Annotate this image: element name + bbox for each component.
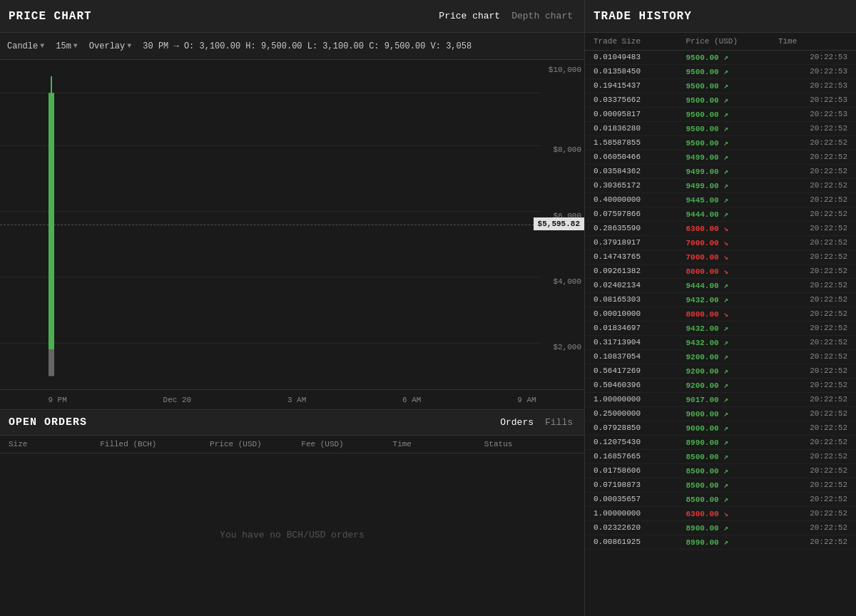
trade-time: 20:22:53 (778, 53, 847, 62)
trade-price: 9432.00 ↗ (686, 295, 778, 304)
trade-size: 0.25000000 (593, 409, 686, 419)
x-label-dec20: Dec 20 (163, 396, 192, 404)
trade-time: 20:22:52 (778, 366, 847, 376)
trade-price: 9000.00 ↗ (686, 409, 778, 419)
trade-size: 0.03584362 (593, 167, 686, 176)
interval-selector[interactable]: 15m ▼ (56, 41, 78, 51)
trade-price: 9444.00 ↗ (686, 281, 778, 290)
trade-size: 0.31713904 (593, 338, 686, 347)
trade-size: 0.09261382 (593, 267, 686, 276)
trade-price: 9500.00 ↗ (686, 138, 778, 148)
trade-row: 0.017586068500.00 ↗20:22:52 (585, 464, 856, 478)
trade-price: 7000.00 ↘ (686, 252, 778, 262)
trade-row: 0.008619258990.00 ↗20:22:52 (585, 535, 856, 550)
trade-size: 0.19415437 (593, 81, 686, 91)
trade-price: 9500.00 ↗ (686, 81, 778, 91)
trade-price: 8500.00 ↗ (686, 452, 778, 461)
trade-time: 20:22:52 (778, 153, 847, 162)
col-time: Time (393, 440, 484, 448)
trade-row: 0.400000009445.00 ↗20:22:52 (585, 193, 856, 207)
trade-size: 0.00035657 (593, 495, 686, 504)
trade-row: 0.286355906300.00 ↘20:22:52 (585, 222, 856, 236)
x-label-9pm: 9 PM (48, 396, 66, 404)
trade-size: 0.56417269 (593, 366, 686, 376)
trade-time: 20:22:52 (778, 438, 847, 447)
trade-price: 8500.00 ↗ (686, 466, 778, 476)
svg-rect-8 (49, 350, 54, 376)
trade-row: 0.035843629499.00 ↗20:22:52 (585, 165, 856, 179)
trade-row: 0.147437657000.00 ↘20:22:52 (585, 250, 856, 265)
overlay-selector[interactable]: Overlay ▼ (89, 41, 131, 51)
col-fee: Fee (USD) (301, 440, 392, 448)
trade-price: 9432.00 ↗ (686, 324, 778, 333)
trade-row: 0.092613828000.00 ↘20:22:52 (585, 265, 856, 279)
trade-price: 7000.00 ↘ (686, 238, 778, 247)
trade-history-panel: TRADE HISTORY Trade Size Price (USD) Tim… (585, 0, 856, 616)
trade-time: 20:22:52 (778, 238, 847, 247)
price-label-2000: $2,000 (553, 343, 581, 351)
tab-fills[interactable]: Fills (542, 416, 576, 429)
trade-price: 6300.00 ↘ (686, 224, 778, 233)
trade-row: 0.194154379500.00 ↗20:22:53 (585, 79, 856, 93)
trade-row: 0.081653039432.00 ↗20:22:52 (585, 293, 856, 307)
tab-depth-chart[interactable]: Depth chart (509, 9, 576, 23)
trade-time: 20:22:53 (778, 67, 847, 76)
trade-row: 0.168576658500.00 ↗20:22:52 (585, 450, 856, 464)
trade-price: 9500.00 ↗ (686, 96, 778, 105)
trade-history-list: 0.010494839500.00 ↗20:22:530.01358450950… (585, 51, 856, 616)
trade-row: 0.033756629500.00 ↗20:22:53 (585, 93, 856, 108)
th-col-price: Price (USD) (686, 37, 778, 46)
trade-row: 0.010494839500.00 ↗20:22:53 (585, 51, 856, 65)
trade-row: 0.504603969200.00 ↗20:22:52 (585, 379, 856, 393)
trade-time: 20:22:53 (778, 96, 847, 105)
trade-row: 0.000356578500.00 ↗20:22:52 (585, 493, 856, 507)
trade-price: 9500.00 ↗ (686, 124, 778, 133)
x-axis: 9 PM Dec 20 3 AM 6 AM 9 AM (0, 389, 584, 409)
chart-tabs: Price chart Depth chart (436, 9, 576, 23)
x-label-6am: 6 AM (402, 396, 421, 404)
tab-price-chart[interactable]: Price chart (436, 9, 503, 23)
chart-svg-container (0, 60, 541, 389)
trade-time: 20:22:52 (778, 295, 847, 304)
trade-size: 0.01758606 (593, 466, 686, 476)
x-label-9am: 9 AM (517, 396, 536, 404)
trade-time: 20:22:52 (778, 466, 847, 476)
trade-time: 20:22:52 (778, 267, 847, 276)
trade-time: 20:22:52 (778, 324, 847, 333)
trade-row: 0.075978669444.00 ↗20:22:52 (585, 207, 856, 222)
trade-price: 9499.00 ↗ (686, 153, 778, 162)
trade-size: 0.30365172 (593, 181, 686, 190)
trade-row: 0.379189177000.00 ↘20:22:52 (585, 236, 856, 250)
trade-row: 0.660504669499.00 ↗20:22:52 (585, 150, 856, 165)
svg-rect-6 (49, 93, 54, 349)
trade-size: 0.28635590 (593, 224, 686, 233)
trade-time: 20:22:52 (778, 124, 847, 133)
trade-price: 6300.00 ↘ (686, 509, 778, 518)
open-orders-title: OPEN ORDERS (9, 416, 87, 428)
trade-row: 0.108370549200.00 ↗20:22:52 (585, 350, 856, 364)
trade-time: 20:22:52 (778, 352, 847, 361)
price-label-10000: $10,000 (549, 66, 581, 74)
overlay-label: Overlay (89, 41, 125, 51)
trade-price: 9499.00 ↗ (686, 181, 778, 190)
trade-time: 20:22:52 (778, 423, 847, 433)
trade-row: 1.000000006300.00 ↘20:22:52 (585, 507, 856, 521)
trade-history-columns: Trade Size Price (USD) Time (585, 33, 856, 51)
col-status: Status (484, 440, 576, 448)
trade-price: 9499.00 ↗ (686, 167, 778, 176)
candle-selector[interactable]: Candle ▼ (7, 41, 44, 51)
open-orders-panel: OPEN ORDERS Orders Fills Size Filled (BC… (0, 409, 584, 616)
trade-size: 0.66050466 (593, 153, 686, 162)
trade-history-title: TRADE HISTORY (593, 10, 692, 23)
trade-price: 9000.00 ↗ (686, 423, 778, 433)
tab-orders[interactable]: Orders (497, 416, 536, 429)
trade-time: 20:22:52 (778, 395, 847, 404)
col-size: Size (9, 440, 100, 448)
trade-row: 0.018346979432.00 ↗20:22:52 (585, 322, 856, 336)
th-col-time: Time (778, 37, 847, 46)
orders-tabs: Orders Fills (497, 416, 576, 429)
trade-size: 0.03375662 (593, 96, 686, 105)
trade-price: 9017.00 ↗ (686, 395, 778, 404)
overlay-dropdown-arrow: ▼ (127, 42, 131, 50)
trade-size: 0.01836280 (593, 124, 686, 133)
